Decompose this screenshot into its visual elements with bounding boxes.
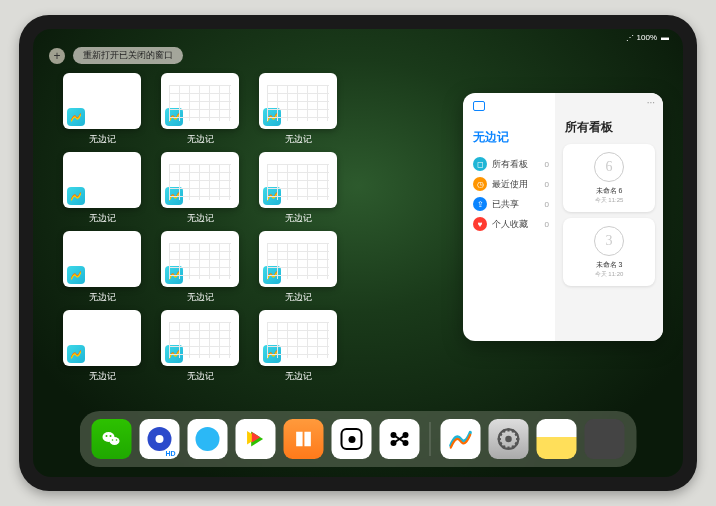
dock-settings-icon[interactable] (489, 419, 529, 459)
svg-point-4 (112, 439, 114, 441)
category-count: 0 (545, 200, 553, 209)
battery-label: 100% (637, 33, 657, 42)
svg-line-14 (515, 434, 518, 436)
dock-wechat-icon[interactable] (92, 419, 132, 459)
window-thumbnail[interactable]: 无边记 (63, 231, 141, 304)
float-right-title: 所有看板 (565, 119, 655, 136)
window-label: 无边记 (187, 291, 214, 304)
window-thumbnail[interactable]: 无边记 (259, 310, 337, 383)
category-icon: ♥ (473, 217, 487, 231)
window-thumbnail[interactable]: 无边记 (63, 152, 141, 225)
category-label: 已共享 (492, 198, 519, 211)
category-list: ◻ 所有看板 0◷ 最近使用 0⇪ 已共享 0♥ 个人收藏 0 (471, 154, 555, 234)
category-item[interactable]: ♥ 个人收藏 0 (471, 214, 555, 234)
window-label: 无边记 (285, 212, 312, 225)
dock-dot-icon[interactable] (332, 419, 372, 459)
ipad-frame: ⋰ 100% ▬ + 重新打开已关闭的窗口 无边记 无边记 无边记 (19, 15, 697, 491)
window-label: 无边记 (187, 133, 214, 146)
add-button[interactable]: + (49, 48, 65, 64)
window-label: 无边记 (89, 133, 116, 146)
window-preview (63, 73, 141, 129)
category-item[interactable]: ⇪ 已共享 0 (471, 194, 555, 214)
window-preview (63, 310, 141, 366)
category-icon: ◷ (473, 177, 487, 191)
window-thumbnail[interactable]: 无边记 (161, 73, 239, 146)
category-count: 0 (545, 160, 553, 169)
window-thumbnail[interactable]: 无边记 (63, 310, 141, 383)
reopen-closed-window-pill[interactable]: 重新打开已关闭的窗口 (73, 47, 183, 64)
float-left-title: 无边记 (473, 129, 555, 146)
svg-line-22 (499, 434, 502, 436)
dock-video-icon[interactable] (236, 419, 276, 459)
wifi-icon: ⋰ (626, 33, 633, 42)
dock-bowtie-icon[interactable] (380, 419, 420, 459)
freeform-app-icon (165, 187, 183, 205)
window-preview (63, 152, 141, 208)
dock-qqblue-icon[interactable]: HD (140, 419, 180, 459)
svg-point-5 (116, 439, 118, 441)
freeform-app-icon (67, 187, 85, 205)
window-label: 无边记 (89, 212, 116, 225)
svg-line-17 (512, 446, 514, 449)
window-thumbnail[interactable]: 无边记 (259, 73, 337, 146)
window-grid: 无边记 无边记 无边记 无边记 无边记 (63, 73, 337, 383)
category-label: 个人收藏 (492, 218, 528, 231)
window-thumbnail[interactable]: 无边记 (161, 310, 239, 383)
dock-books-icon[interactable] (284, 419, 324, 459)
window-preview (161, 231, 239, 287)
battery-icon: ▬ (661, 33, 669, 42)
dock-separator (430, 422, 431, 456)
board-title: 未命名 6 (596, 186, 623, 196)
board-subtitle: 今天 11:20 (595, 270, 624, 279)
window-thumbnail[interactable]: 无边记 (259, 152, 337, 225)
window-thumbnail[interactable]: 无边记 (259, 231, 337, 304)
dock-notes-icon[interactable] (537, 419, 577, 459)
window-label: 无边记 (285, 370, 312, 383)
window-preview (63, 231, 141, 287)
freeform-app-icon (165, 266, 183, 284)
board-card[interactable]: 6 未命名 6 今天 11:25 (563, 144, 655, 212)
category-count: 0 (545, 220, 553, 229)
top-bar: + 重新打开已关闭的窗口 (49, 47, 183, 64)
dock-folder-icon[interactable] (585, 419, 625, 459)
window-label: 无边记 (89, 291, 116, 304)
sidebar-toggle-icon[interactable] (473, 101, 485, 111)
float-content: 所有看板 6 未命名 6 今天 11:253 未命名 3 今天 11:20 (555, 93, 663, 341)
svg-point-2 (106, 435, 108, 437)
svg-point-11 (505, 436, 512, 443)
board-title: 未命名 3 (596, 260, 623, 270)
freeform-app-icon (263, 108, 281, 126)
category-label: 最近使用 (492, 178, 528, 191)
float-window[interactable]: ··· 无边记 ◻ 所有看板 0◷ 最近使用 0⇪ 已共享 0♥ 个人收藏 0 … (463, 93, 663, 341)
window-preview (161, 73, 239, 129)
svg-line-20 (499, 443, 502, 445)
status-bar: ⋰ 100% ▬ (33, 29, 683, 45)
board-thumbnail: 3 (594, 226, 624, 256)
window-thumbnail[interactable]: 无边记 (161, 152, 239, 225)
svg-point-3 (110, 435, 112, 437)
category-item[interactable]: ◻ 所有看板 0 (471, 154, 555, 174)
window-thumbnail[interactable]: 无边记 (63, 73, 141, 146)
svg-line-23 (503, 430, 505, 433)
freeform-app-icon (67, 266, 85, 284)
window-label: 无边记 (187, 212, 214, 225)
category-item[interactable]: ◷ 最近使用 0 (471, 174, 555, 194)
screen: ⋰ 100% ▬ + 重新打开已关闭的窗口 无边记 无边记 无边记 (33, 29, 683, 477)
window-preview (259, 73, 337, 129)
freeform-app-icon (263, 187, 281, 205)
hd-badge: HD (165, 450, 175, 457)
dock-freeform-icon[interactable] (441, 419, 481, 459)
freeform-app-icon (263, 345, 281, 363)
more-icon[interactable]: ··· (647, 97, 655, 108)
svg-point-1 (110, 437, 120, 445)
category-icon: ⇪ (473, 197, 487, 211)
dock-qqlight-icon[interactable] (188, 419, 228, 459)
category-icon: ◻ (473, 157, 487, 171)
window-thumbnail[interactable]: 无边记 (161, 231, 239, 304)
window-preview (259, 231, 337, 287)
window-label: 无边记 (89, 370, 116, 383)
category-label: 所有看板 (492, 158, 528, 171)
board-card[interactable]: 3 未命名 3 今天 11:20 (563, 218, 655, 286)
board-thumbnail: 6 (594, 152, 624, 182)
freeform-app-icon (165, 345, 183, 363)
